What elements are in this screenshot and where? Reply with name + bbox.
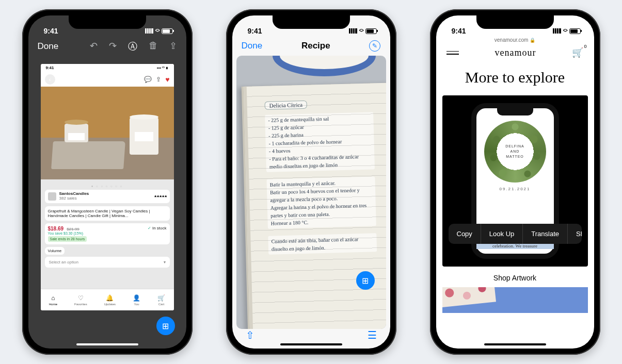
recipe-title: Delicia Cítrica	[264, 101, 307, 110]
rating-stars: ★★★★★	[154, 194, 167, 198]
inner-status-icons: ••• ⌔ ▮	[157, 65, 169, 72]
tab-you[interactable]: 👤You	[133, 294, 140, 306]
phone-2-screen: 9:41 Done Recipe ✎ Delicia Cítrica - 225…	[232, 15, 390, 349]
phone-3-frame: 9:41 venamour.com 🔒 venamour 🛒0 More to …	[430, 9, 600, 355]
captured-content: 9:41 ••• ⌔ ▮ ‹ 💬 ⇪ ♥ ● ○	[41, 64, 174, 310]
redo-icon[interactable]: ↷	[109, 40, 117, 53]
wifi-icon	[155, 27, 160, 35]
mockup-notch	[497, 108, 533, 115]
inner-status-bar: 9:41 ••• ⌔ ▮	[41, 64, 174, 72]
status-time: 9:41	[452, 27, 466, 35]
stone-slab	[51, 141, 125, 169]
done-button[interactable]: Done	[242, 41, 263, 51]
home-indicator[interactable]	[280, 343, 342, 345]
heart-icon: ♡	[78, 294, 84, 302]
list-icon[interactable]: ☰	[368, 329, 377, 341]
phone-2-frame: 9:41 Done Recipe ✎ Delicia Cítrica - 225…	[226, 9, 396, 355]
undo-icon[interactable]: ↶	[90, 40, 98, 53]
wreath-and: AND	[511, 150, 520, 153]
notch	[476, 15, 554, 29]
scanned-photo[interactable]: Delicia Cítrica - 225 g de mantequilla s…	[236, 56, 386, 329]
menu-lookup[interactable]: Look Up	[481, 224, 523, 244]
markup-icon[interactable]: ✎	[369, 40, 380, 52]
live-text-fab[interactable]: ⊞	[356, 271, 375, 290]
seller-sales: 382 sales	[59, 196, 151, 201]
site-logo[interactable]: venamour	[495, 47, 536, 58]
battery-icon	[162, 28, 173, 34]
tab-home[interactable]: ⌂Home	[49, 294, 57, 306]
menu-copy[interactable]: Copy	[449, 224, 481, 244]
artwork-tile[interactable]: DELFINA AND MATTEO 09.21.2021 We would b…	[442, 95, 588, 267]
bottom-tab-bar: ⌂Home ♡Favorites 🔔Updates 👤You 🛒Cart	[41, 289, 174, 310]
favorite-heart-icon[interactable]: ♥	[165, 75, 169, 84]
share-product-icon[interactable]: ⇪	[156, 76, 161, 83]
product-detail: ● ○ ○ ○ ○ ○ ○ SantosCandles 382 sales ★★…	[41, 179, 174, 310]
price-card: $18.69 $21.99 In stock You save $3.30 (1…	[45, 223, 170, 244]
back-icon[interactable]: ‹	[45, 74, 55, 85]
menu-translate[interactable]: Translate	[523, 224, 568, 244]
done-button[interactable]: Done	[38, 41, 59, 52]
inner-time: 9:41	[46, 65, 54, 72]
seller-row[interactable]: SantosCandles 382 sales ★★★★★	[45, 190, 170, 203]
live-text-fab[interactable]: ⊞	[156, 317, 175, 335]
sale-countdown: Sale ends in 28 hours	[48, 236, 87, 242]
wifi-icon	[359, 27, 363, 35]
secondary-artwork-tile[interactable]	[442, 287, 588, 313]
battery-icon	[569, 28, 581, 34]
artwork-caption[interactable]: Shop Artwork	[436, 274, 594, 282]
select-placeholder: Select an option	[49, 260, 78, 264]
cellular-signal-icon	[553, 28, 561, 34]
old-price: $21.99	[67, 227, 79, 231]
text-selection-menu: Copy Look Up Translate Share…	[449, 224, 582, 244]
cart-icon[interactable]: 🛒0	[572, 47, 583, 58]
floral-wreath: DELFINA AND MATTEO	[484, 121, 546, 183]
wreath-name-1: DELFINA	[505, 144, 524, 148]
hero-heading: More to explore	[436, 69, 594, 86]
bell-icon: 🔔	[106, 294, 114, 302]
trash-icon[interactable]: 🗑	[149, 40, 158, 53]
product-photo	[41, 87, 174, 179]
share-icon[interactable]: ⇧	[246, 329, 254, 341]
savings: You save $3.30 (15%)	[48, 231, 167, 235]
markup-pen-icon[interactable]: Ⓐ	[128, 40, 137, 53]
seller-avatar	[48, 192, 56, 201]
address-bar[interactable]: venamour.com 🔒	[436, 36, 594, 43]
phone-3-screen: 9:41 venamour.com 🔒 venamour 🛒0 More to …	[436, 15, 594, 349]
home-indicator[interactable]	[484, 343, 546, 345]
tab-updates[interactable]: 🔔Updates	[104, 294, 116, 306]
chevron-down-icon: ▾	[164, 260, 166, 264]
lock-icon: 🔒	[530, 38, 535, 43]
plate-decor	[273, 56, 376, 76]
share-icon[interactable]: ⇪	[169, 40, 177, 53]
volume-select[interactable]: Select an option ▾	[45, 257, 170, 268]
home-icon: ⌂	[51, 294, 55, 302]
url-text: venamour.com	[495, 37, 529, 43]
finishing-block[interactable]: Cuando esté aún tibia, bañar con el azúc…	[268, 233, 377, 254]
volume-label: Volume	[45, 247, 65, 255]
invitation-date: 09.21.2021	[499, 187, 530, 191]
screenshot-canvas[interactable]: 9:41 ••• ⌔ ▮ ‹ 💬 ⇪ ♥ ● ○	[41, 64, 174, 310]
notebook-page: Delicia Cítrica - 225 g de mantequilla s…	[243, 82, 386, 329]
candle-small	[65, 124, 88, 142]
quicklook-toolbar: Done Recipe ✎	[232, 36, 390, 56]
instructions-block[interactable]: Batir la mantequilla y el azúcar. Batir …	[266, 176, 376, 228]
ingredients-block[interactable]: - 225 g de mantequilla sin sal - 125 g d…	[265, 112, 375, 172]
price: $18.69	[48, 226, 64, 231]
battery-icon	[365, 28, 377, 34]
carousel-dots[interactable]: ● ○ ○ ○ ○ ○ ○	[45, 185, 170, 188]
status-time: 9:41	[248, 27, 262, 35]
home-indicator[interactable]	[76, 343, 138, 345]
menu-share[interactable]: Share…	[568, 224, 582, 244]
product-header: ‹ 💬 ⇪ ♥	[41, 72, 174, 87]
stock-status: In stock	[148, 226, 167, 230]
comment-icon[interactable]: 💬	[144, 76, 152, 83]
phone-1-screen: 9:41 Done ↶ ↷ Ⓐ 🗑 ⇪ 9	[28, 15, 186, 349]
status-time: 9:41	[44, 27, 58, 35]
tab-favorites[interactable]: ♡Favorites	[74, 294, 87, 306]
markup-toolbar: Done ↶ ↷ Ⓐ 🗑 ⇪	[28, 36, 186, 57]
product-title: Grapefruit & Mangosteen Candle | Vegan S…	[45, 206, 170, 221]
tab-cart[interactable]: 🛒Cart	[157, 294, 165, 306]
cart-badge: 0	[584, 44, 586, 49]
hamburger-menu-icon[interactable]	[446, 51, 459, 55]
candle-large	[130, 118, 158, 155]
